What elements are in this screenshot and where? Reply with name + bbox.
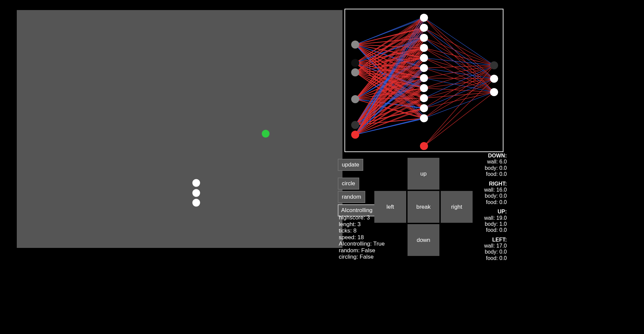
sensor-right-body: body: 0.0 bbox=[477, 193, 507, 199]
sensor-up-food: food: 0.0 bbox=[477, 227, 507, 233]
sensor-down-food: food: 0.0 bbox=[477, 171, 507, 177]
svg-line-230 bbox=[424, 92, 494, 118]
svg-point-245 bbox=[420, 64, 428, 72]
snake-segment bbox=[193, 179, 200, 187]
dpad-left-button[interactable]: left bbox=[374, 191, 406, 223]
sensor-down-wall: wall: 6.0 bbox=[477, 159, 507, 165]
sensor-left-food: food: 0.0 bbox=[477, 255, 507, 261]
svg-line-200 bbox=[424, 18, 494, 92]
sensor-up-title: UP: bbox=[477, 209, 507, 215]
svg-point-243 bbox=[420, 44, 428, 52]
sensor-right-food: food: 0.0 bbox=[477, 199, 507, 205]
snake-segment bbox=[193, 189, 200, 197]
sensor-readout: DOWN: wall: 6.0 body: 0.0 food: 0.0 RIGH… bbox=[477, 153, 507, 261]
update-button[interactable]: update bbox=[338, 159, 363, 171]
svg-line-207 bbox=[424, 48, 494, 65]
sensor-down-body: body: 0.0 bbox=[477, 165, 507, 171]
direction-pad: up left break right down bbox=[374, 158, 473, 258]
svg-point-252 bbox=[490, 61, 498, 69]
svg-point-254 bbox=[490, 88, 498, 96]
svg-point-241 bbox=[420, 24, 428, 32]
svg-point-239 bbox=[351, 131, 359, 139]
neural-network-svg bbox=[345, 9, 503, 151]
game-arena[interactable] bbox=[17, 10, 342, 248]
svg-point-235 bbox=[351, 59, 359, 67]
svg-point-249 bbox=[420, 104, 428, 112]
snake-segment bbox=[193, 199, 200, 207]
svg-line-202 bbox=[424, 28, 494, 79]
sensor-right-wall: wall: 16.0 bbox=[477, 187, 507, 193]
food-dot bbox=[262, 130, 270, 138]
dpad-down-button[interactable]: down bbox=[408, 224, 439, 256]
svg-point-242 bbox=[420, 34, 428, 42]
dpad-up-button[interactable]: up bbox=[408, 158, 439, 190]
svg-point-238 bbox=[351, 121, 359, 129]
sensor-down-title: DOWN: bbox=[477, 153, 507, 159]
sensor-right-title: RIGHT: bbox=[477, 181, 507, 187]
sensor-up-wall: wall: 19.0 bbox=[477, 215, 507, 221]
circle-button[interactable]: circle bbox=[338, 178, 359, 190]
sensor-left-title: LEFT: bbox=[477, 237, 507, 243]
svg-line-100 bbox=[355, 18, 422, 99]
sensor-left-wall: wall: 17.0 bbox=[477, 243, 507, 249]
svg-point-248 bbox=[420, 94, 428, 102]
sensor-left-body: body: 0.0 bbox=[477, 249, 507, 255]
svg-point-236 bbox=[351, 68, 359, 76]
svg-point-253 bbox=[490, 75, 498, 83]
svg-line-210 bbox=[424, 58, 494, 65]
svg-line-203 bbox=[424, 28, 494, 92]
svg-point-240 bbox=[420, 14, 428, 22]
svg-point-250 bbox=[420, 114, 428, 122]
sensor-up-body: body: 1.0 bbox=[477, 221, 507, 227]
svg-line-217 bbox=[424, 78, 494, 79]
svg-point-234 bbox=[351, 41, 359, 49]
svg-point-237 bbox=[351, 95, 359, 103]
svg-point-251 bbox=[420, 142, 428, 150]
svg-point-244 bbox=[420, 54, 428, 62]
svg-line-206 bbox=[424, 38, 494, 92]
svg-line-213 bbox=[424, 65, 494, 68]
neural-network-panel bbox=[344, 9, 503, 152]
svg-point-247 bbox=[420, 84, 428, 92]
dpad-right-button[interactable]: right bbox=[441, 191, 473, 223]
svg-line-37 bbox=[355, 28, 422, 63]
svg-point-246 bbox=[420, 74, 428, 82]
random-button[interactable]: random bbox=[338, 191, 365, 203]
dpad-break-button[interactable]: break bbox=[408, 191, 439, 223]
